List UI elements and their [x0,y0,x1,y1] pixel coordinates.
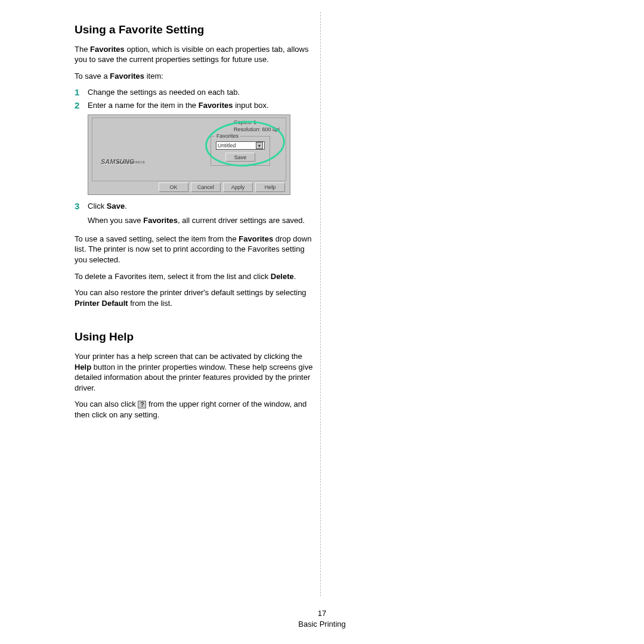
samsung-logo-sub: ELECTRONICS [117,160,145,164]
text: To delete a Favorites item, select it fr… [75,272,271,281]
text: Enter a name for the item in the [88,101,199,110]
kw-printer-default: Printer Default [75,299,128,308]
text: . [294,272,296,281]
text: . [125,202,127,210]
text: , all current driver settings are saved. [178,216,305,225]
text: input box. [233,101,269,110]
question-icon[interactable]: ? [138,401,146,408]
copies-label: Copies: 1 [234,119,280,126]
left-column: Using a Favorite Setting The Favorites o… [75,23,313,426]
restore-paragraph: You can also restore the printer driver'… [75,287,313,308]
step-number: 3 [75,201,88,212]
kw-favorites: Favorites [110,72,144,80]
help-para1: Your printer has a help screen that can … [75,351,313,393]
text: To save a [75,72,110,80]
favorites-legend: Favorites [215,133,240,139]
heading-help: Using Help [75,330,313,344]
step-2: 2 Enter a name for the item in the Favor… [75,100,313,111]
cancel-button[interactable]: Cancel [191,182,221,192]
footer-section: Basic Printing [0,619,644,630]
apply-button[interactable]: Apply [223,182,253,192]
step-text: Enter a name for the item in the Favorit… [88,100,313,111]
text: from the list. [128,299,172,308]
kw-help: Help [75,363,91,371]
heading-favorite: Using a Favorite Setting [75,23,313,37]
kw-favorites: Favorites [143,216,178,225]
combo-value: Untitled [218,143,236,148]
step-3-sub: When you save Favorites, all current dri… [88,215,313,226]
dialog-screenshot: Copies: 1 Resolution: 600 dpi Favorites … [88,114,290,195]
resolution-label: Resolution: 600 dpi [234,126,280,134]
text: item: [144,72,163,80]
help-para2: You can also click ? from the upper righ… [75,399,313,420]
info-block: Copies: 1 Resolution: 600 dpi [234,119,280,133]
text: When you save [88,216,143,225]
kw-favorites: Favorites [239,234,273,243]
step-number: 2 [75,100,88,111]
use-paragraph: To use a saved setting, select the item … [75,234,313,265]
intro-paragraph: The Favorites option, which is visible o… [75,44,313,65]
text: button in the printer properties window.… [75,363,312,392]
text: You can also restore the printer driver'… [75,288,306,297]
text: To use a saved setting, select the item … [75,234,239,243]
step-3: 3 Click Save. [75,201,313,212]
step-1: 1 Change the settings as needed on each … [75,87,313,98]
help-button[interactable]: Help [255,182,285,192]
favorites-combo[interactable]: Untitled ▼ [216,141,265,150]
dialog-button-bar: OK Cancel Apply Help [159,182,285,192]
text: Your printer has a help screen that can … [75,352,302,361]
dialog-inner: Copies: 1 Resolution: 600 dpi Favorites … [92,117,286,181]
text: The [75,45,90,54]
text: Click [88,202,107,210]
column-divider [320,12,321,596]
step-text: Change the settings as needed on each ta… [88,87,313,98]
save-line: To save a Favorites item: [75,71,313,82]
favorites-group: Favorites Untitled ▼ Save [210,136,270,166]
delete-paragraph: To delete a Favorites item, select it fr… [75,271,313,282]
save-button[interactable]: Save [225,153,255,162]
kw-save: Save [107,202,125,210]
text: You can also click [75,400,138,408]
step-number: 1 [75,87,88,98]
ok-button[interactable]: OK [159,182,188,192]
page-number: 17 [0,608,644,619]
kw-favorites: Favorites [90,45,125,54]
kw-delete: Delete [271,272,294,281]
kw-favorites: Favorites [199,101,233,110]
chevron-down-icon[interactable]: ▼ [256,142,263,149]
step-text: Click Save. [88,201,313,212]
page-footer: 17 Basic Printing [0,608,644,630]
